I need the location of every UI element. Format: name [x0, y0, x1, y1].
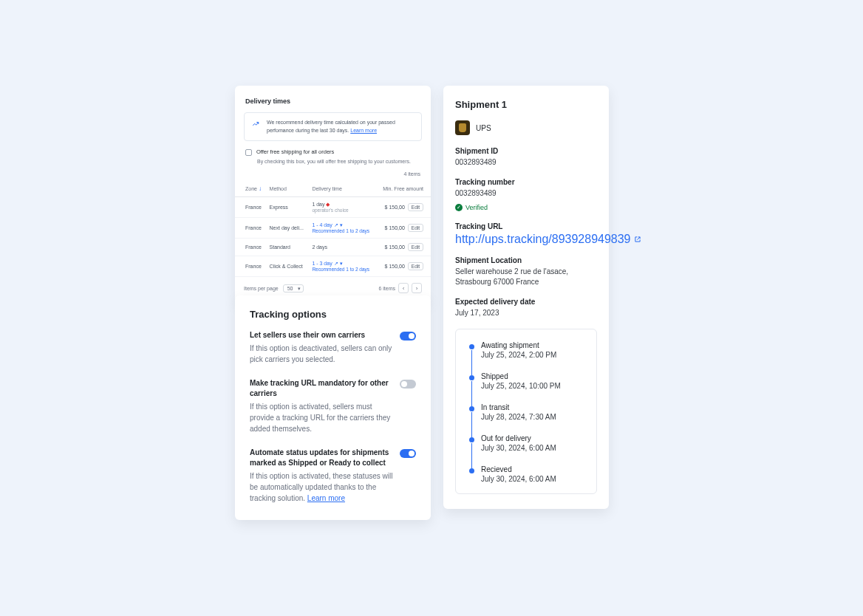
free-shipping-sublabel: By checking this box, you will offer fre…	[235, 159, 431, 171]
field-tracking-number: Tracking number 0032893489 ✓ Verified	[455, 178, 597, 212]
tracking-option: Let sellers use their own carriersIf thi…	[250, 330, 416, 365]
col-time[interactable]: Delivery time	[309, 181, 376, 197]
items-per-page-select[interactable]: 50	[283, 284, 304, 292]
tracking-options-card: Tracking options Let sellers use their o…	[235, 295, 431, 520]
items-per-page: Items per page 50	[244, 286, 304, 291]
shipment-card: Shipment 1 UPS Shipment ID 0032893489 Tr…	[443, 86, 609, 509]
option-title: Let sellers use their own carriers	[250, 330, 394, 340]
timeline-date: July 25, 2024, 2:00 PM	[481, 351, 586, 359]
cell-amount: $ 150,00Edit	[377, 197, 431, 218]
shipment-timeline: Awating shipmentJuly 25, 2024, 2:00 PMSh…	[455, 329, 597, 494]
cell-amount: $ 150,00Edit	[377, 218, 431, 239]
table-row: FranceExpress1 day ◆operator's choice$ 1…	[235, 197, 431, 218]
free-shipping-row: Offer free shipping for all orders	[235, 148, 431, 159]
cell-amount: $ 150,00Edit	[377, 256, 431, 277]
cell-time: 1 - 3 day ↗ ▾Recommended 1 to 2 days	[309, 256, 376, 277]
field-expected-date: Expected delivery date July 17, 2023	[455, 298, 597, 318]
trend-icon: ↗	[334, 222, 338, 227]
canvas: Delivery times We recommend delivery tim…	[0, 0, 863, 616]
carrier-name: UPS	[476, 124, 491, 132]
timeline-item: In transitJuly 28, 2024, 7:30 AM	[468, 403, 586, 434]
cell-method: Next day deli...	[267, 218, 310, 239]
prev-page-button[interactable]: ‹	[398, 283, 409, 293]
table-row: FranceStandard2 days$ 150,00Edit	[235, 239, 431, 256]
timeline-date: July 25, 2024, 10:00 PM	[481, 382, 586, 390]
shipment-title: Shipment 1	[455, 99, 597, 110]
cell-amount: $ 150,00Edit	[377, 239, 431, 256]
next-page-button[interactable]: ›	[412, 283, 422, 293]
cell-zone: France	[235, 218, 267, 239]
status-badge: ✓ Verified	[455, 204, 488, 211]
timeline-date: July 28, 2024, 7:30 AM	[481, 413, 586, 421]
timeline-item: Awating shipmentJuly 25, 2024, 2:00 PM	[468, 341, 586, 372]
timeline-item: ShippedJuly 25, 2024, 10:00 PM	[468, 372, 586, 403]
timeline-title: Shipped	[481, 372, 586, 380]
tracking-url-link[interactable]: http://ups.tracking/893928949839	[455, 233, 641, 246]
option-desc: If this option is deactivated, sellers c…	[250, 343, 394, 365]
col-zone[interactable]: Zone↓	[235, 181, 267, 197]
tracking-option: Automate status updates for shipments ma…	[250, 448, 416, 504]
check-circle-icon: ✓	[455, 204, 463, 211]
sort-down-icon: ↓	[259, 185, 262, 192]
timeline-date: July 30, 2024, 6:00 AM	[481, 475, 586, 483]
warning-icon: ◆	[326, 202, 330, 207]
option-title: Automate status updates for shipments ma…	[250, 448, 394, 468]
timeline-title: Recieved	[481, 465, 586, 473]
tracking-option: Make tracking URL mandatory for other ca…	[250, 378, 416, 434]
free-shipping-checkbox[interactable]	[245, 149, 252, 156]
timeline-item: RecievedJuly 30, 2024, 6:00 AM	[468, 465, 586, 483]
table-row: FranceNext day deli...1 - 4 day ↗ ▾Recom…	[235, 218, 431, 239]
col-min-amount[interactable]: Min. Free amount	[377, 181, 431, 197]
edit-button[interactable]: Edit	[408, 262, 423, 270]
edit-button[interactable]: Edit	[408, 243, 423, 251]
item-count: 4 items	[235, 171, 431, 181]
timeline-item: Out for deliveryJuly 30, 2024, 6:00 AM	[468, 434, 586, 465]
trend-icon	[252, 120, 259, 128]
option-title: Make tracking URL mandatory for other ca…	[250, 378, 394, 399]
toggle[interactable]	[400, 380, 416, 389]
edit-button[interactable]: Edit	[408, 224, 423, 232]
learn-more-link[interactable]: Learn more	[307, 494, 345, 502]
external-link-icon	[634, 236, 641, 243]
table-row: FranceClick & Collect1 - 3 day ↗ ▾Recomm…	[235, 256, 431, 277]
timeline-title: In transit	[481, 403, 586, 411]
cell-time: 1 day ◆operator's choice	[309, 197, 376, 218]
timeline-title: Awating shipment	[481, 341, 586, 349]
edit-button[interactable]: Edit	[408, 203, 423, 211]
card-title: Tracking options	[250, 309, 416, 320]
field-location: Shipment Location Seller warehouse 2 rue…	[455, 256, 597, 287]
carrier-logo-ups	[455, 120, 470, 135]
trend-icon: ↗	[334, 261, 338, 266]
delivery-times-card: Delivery times We recommend delivery tim…	[235, 86, 431, 302]
carrier-row: UPS	[455, 120, 597, 135]
cell-zone: France	[235, 239, 267, 256]
free-shipping-label: Offer free shipping for all orders	[256, 148, 334, 155]
cell-time: 2 days	[309, 239, 376, 256]
toggle[interactable]	[400, 449, 416, 458]
cell-method: Express	[267, 197, 310, 218]
option-desc: If this option is activated, sellers mus…	[250, 401, 394, 434]
col-method[interactable]: Method	[267, 181, 310, 197]
delivery-table: Zone↓ Method Delivery time Min. Free amo…	[235, 181, 431, 277]
cell-zone: France	[235, 256, 267, 277]
timeline-date: July 30, 2024, 6:00 AM	[481, 444, 586, 452]
toggle[interactable]	[400, 332, 416, 340]
timeline-title: Out for delivery	[481, 434, 586, 442]
cell-method: Click & Collect	[267, 256, 310, 277]
page-count: 6 items	[378, 286, 395, 291]
card-title: Delivery times	[235, 86, 431, 112]
option-desc: If this option is activated, these statu…	[250, 470, 394, 504]
learn-more-link[interactable]: Learn more	[350, 128, 377, 133]
cell-method: Standard	[267, 239, 310, 256]
field-tracking-url: Tracking URL http://ups.tracking/8939289…	[455, 222, 597, 246]
cell-zone: France	[235, 197, 267, 218]
recommendation-banner: We recommend delivery time calculated on…	[244, 112, 422, 141]
field-shipment-id: Shipment ID 0032893489	[455, 147, 597, 168]
cell-time: 1 - 4 day ↗ ▾Recommended 1 to 2 days	[309, 218, 376, 239]
